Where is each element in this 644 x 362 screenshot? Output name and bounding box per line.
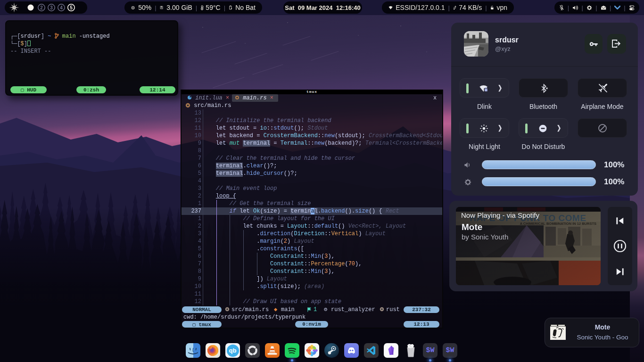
svg-text:2: 2 <box>40 5 43 10</box>
svg-text:5: 5 <box>70 5 73 10</box>
svg-text:3: 3 <box>50 5 53 10</box>
svg-text:4: 4 <box>60 5 63 10</box>
